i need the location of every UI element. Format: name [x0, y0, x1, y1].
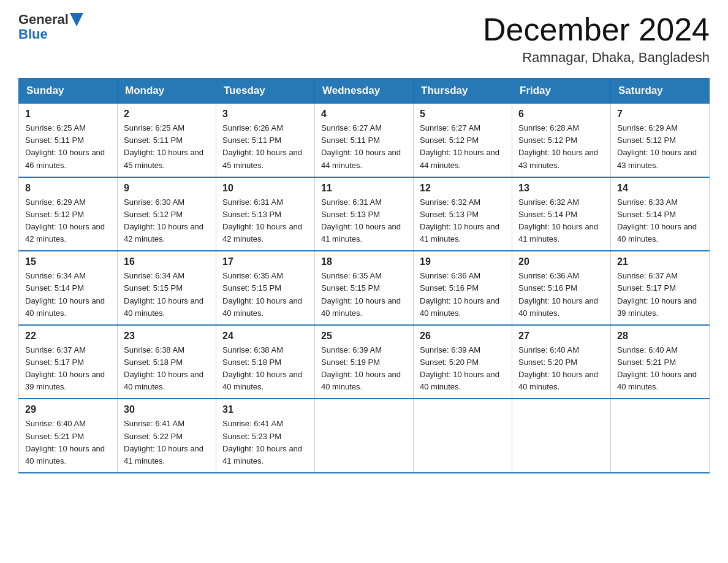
calendar-cell: 23 Sunrise: 6:38 AMSunset: 5:18 PMDaylig…: [118, 325, 216, 399]
day-number: 5: [420, 109, 506, 120]
calendar-cell: [611, 399, 710, 473]
location-title: Ramnagar, Dhaka, Bangladesh: [483, 50, 710, 66]
calendar-cell: 18 Sunrise: 6:35 AMSunset: 5:15 PMDaylig…: [315, 251, 414, 325]
day-number: 29: [25, 404, 111, 415]
day-number: 21: [617, 256, 703, 267]
header-thursday: Thursday: [414, 79, 512, 104]
calendar-cell: 30 Sunrise: 6:41 AMSunset: 5:22 PMDaylig…: [118, 399, 216, 473]
day-info: Sunrise: 6:37 AMSunset: 5:17 PMDaylight:…: [25, 344, 111, 394]
day-number: 30: [124, 404, 210, 415]
calendar-week-row: 22 Sunrise: 6:37 AMSunset: 5:17 PMDaylig…: [19, 325, 710, 399]
calendar-cell: 28 Sunrise: 6:40 AMSunset: 5:21 PMDaylig…: [611, 325, 710, 399]
day-number: 24: [222, 331, 308, 342]
day-info: Sunrise: 6:29 AMSunset: 5:12 PMDaylight:…: [25, 196, 111, 246]
day-info: Sunrise: 6:35 AMSunset: 5:15 PMDaylight:…: [321, 270, 407, 320]
calendar-cell: 2 Sunrise: 6:25 AMSunset: 5:11 PMDayligh…: [118, 104, 216, 177]
calendar-cell: 20 Sunrise: 6:36 AMSunset: 5:16 PMDaylig…: [512, 251, 611, 325]
calendar-cell: 29 Sunrise: 6:40 AMSunset: 5:21 PMDaylig…: [19, 399, 118, 473]
title-block: December 2024 Ramnagar, Dhaka, Banglades…: [483, 12, 710, 66]
calendar-cell: 8 Sunrise: 6:29 AMSunset: 5:12 PMDayligh…: [19, 177, 118, 251]
day-info: Sunrise: 6:34 AMSunset: 5:15 PMDaylight:…: [124, 270, 210, 320]
logo-blue-text: Blue: [18, 27, 48, 42]
logo-triangle-icon: [70, 13, 83, 26]
day-number: 8: [25, 183, 111, 194]
calendar-cell: 26 Sunrise: 6:39 AMSunset: 5:20 PMDaylig…: [414, 325, 512, 399]
header-sunday: Sunday: [19, 79, 118, 104]
calendar-cell: 25 Sunrise: 6:39 AMSunset: 5:19 PMDaylig…: [315, 325, 414, 399]
calendar-cell: 21 Sunrise: 6:37 AMSunset: 5:17 PMDaylig…: [611, 251, 710, 325]
day-number: 18: [321, 256, 407, 267]
calendar-cell: 6 Sunrise: 6:28 AMSunset: 5:12 PMDayligh…: [512, 104, 611, 177]
day-info: Sunrise: 6:32 AMSunset: 5:13 PMDaylight:…: [420, 196, 506, 246]
calendar-cell: 7 Sunrise: 6:29 AMSunset: 5:12 PMDayligh…: [611, 104, 710, 177]
day-info: Sunrise: 6:34 AMSunset: 5:14 PMDaylight:…: [25, 270, 111, 320]
day-number: 23: [124, 331, 210, 342]
day-info: Sunrise: 6:31 AMSunset: 5:13 PMDaylight:…: [222, 196, 308, 246]
day-number: 15: [25, 256, 111, 267]
calendar-table: SundayMondayTuesdayWednesdayThursdayFrid…: [18, 78, 710, 473]
calendar-cell: 27 Sunrise: 6:40 AMSunset: 5:20 PMDaylig…: [512, 325, 611, 399]
day-info: Sunrise: 6:27 AMSunset: 5:12 PMDaylight:…: [420, 122, 506, 172]
month-title: December 2024: [483, 12, 710, 47]
day-number: 9: [124, 183, 210, 194]
calendar-cell: 14 Sunrise: 6:33 AMSunset: 5:14 PMDaylig…: [611, 177, 710, 251]
header-friday: Friday: [512, 79, 611, 104]
calendar-cell: 11 Sunrise: 6:31 AMSunset: 5:13 PMDaylig…: [315, 177, 414, 251]
day-number: 11: [321, 183, 407, 194]
calendar-cell: 12 Sunrise: 6:32 AMSunset: 5:13 PMDaylig…: [414, 177, 512, 251]
day-number: 31: [222, 404, 308, 415]
day-info: Sunrise: 6:37 AMSunset: 5:17 PMDaylight:…: [617, 270, 703, 320]
day-info: Sunrise: 6:41 AMSunset: 5:23 PMDaylight:…: [222, 418, 308, 467]
day-number: 10: [222, 183, 308, 194]
calendar-cell: 5 Sunrise: 6:27 AMSunset: 5:12 PMDayligh…: [414, 104, 512, 177]
calendar-cell: 3 Sunrise: 6:26 AMSunset: 5:11 PMDayligh…: [216, 104, 315, 177]
logo-general-text: General: [18, 12, 69, 27]
calendar-cell: [414, 399, 512, 473]
day-number: 19: [420, 256, 506, 267]
day-info: Sunrise: 6:40 AMSunset: 5:21 PMDaylight:…: [25, 418, 111, 467]
day-info: Sunrise: 6:39 AMSunset: 5:20 PMDaylight:…: [420, 344, 506, 394]
day-info: Sunrise: 6:30 AMSunset: 5:12 PMDaylight:…: [124, 196, 210, 246]
calendar-cell: 1 Sunrise: 6:25 AMSunset: 5:11 PMDayligh…: [19, 104, 118, 177]
day-number: 2: [124, 109, 210, 120]
calendar-cell: 17 Sunrise: 6:35 AMSunset: 5:15 PMDaylig…: [216, 251, 315, 325]
calendar-cell: 24 Sunrise: 6:38 AMSunset: 5:18 PMDaylig…: [216, 325, 315, 399]
day-info: Sunrise: 6:26 AMSunset: 5:11 PMDaylight:…: [222, 122, 308, 172]
day-number: 22: [25, 331, 111, 342]
day-info: Sunrise: 6:25 AMSunset: 5:11 PMDaylight:…: [25, 122, 111, 172]
day-number: 16: [124, 256, 210, 267]
day-info: Sunrise: 6:41 AMSunset: 5:22 PMDaylight:…: [124, 418, 210, 467]
calendar-cell: 31 Sunrise: 6:41 AMSunset: 5:23 PMDaylig…: [216, 399, 315, 473]
calendar-cell: 4 Sunrise: 6:27 AMSunset: 5:11 PMDayligh…: [315, 104, 414, 177]
svg-marker-0: [70, 13, 83, 26]
calendar-cell: 16 Sunrise: 6:34 AMSunset: 5:15 PMDaylig…: [118, 251, 216, 325]
calendar-header-row: SundayMondayTuesdayWednesdayThursdayFrid…: [19, 79, 710, 104]
day-number: 13: [518, 183, 604, 194]
day-number: 7: [617, 109, 703, 120]
page-header: General Blue December 2024 Ramnagar, Dha…: [18, 12, 710, 66]
day-info: Sunrise: 6:35 AMSunset: 5:15 PMDaylight:…: [222, 270, 308, 320]
header-saturday: Saturday: [611, 79, 710, 104]
logo: General Blue: [18, 12, 83, 42]
day-number: 25: [321, 331, 407, 342]
day-number: 27: [518, 331, 604, 342]
day-info: Sunrise: 6:38 AMSunset: 5:18 PMDaylight:…: [124, 344, 210, 394]
day-info: Sunrise: 6:39 AMSunset: 5:19 PMDaylight:…: [321, 344, 407, 394]
day-info: Sunrise: 6:36 AMSunset: 5:16 PMDaylight:…: [518, 270, 604, 320]
day-info: Sunrise: 6:40 AMSunset: 5:20 PMDaylight:…: [518, 344, 604, 394]
day-number: 3: [222, 109, 308, 120]
day-info: Sunrise: 6:38 AMSunset: 5:18 PMDaylight:…: [222, 344, 308, 394]
calendar-cell: 15 Sunrise: 6:34 AMSunset: 5:14 PMDaylig…: [19, 251, 118, 325]
day-number: 17: [222, 256, 308, 267]
calendar-week-row: 29 Sunrise: 6:40 AMSunset: 5:21 PMDaylig…: [19, 399, 710, 473]
day-number: 4: [321, 109, 407, 120]
day-number: 6: [518, 109, 604, 120]
calendar-week-row: 15 Sunrise: 6:34 AMSunset: 5:14 PMDaylig…: [19, 251, 710, 325]
day-number: 28: [617, 331, 703, 342]
day-info: Sunrise: 6:25 AMSunset: 5:11 PMDaylight:…: [124, 122, 210, 172]
day-number: 1: [25, 109, 111, 120]
header-monday: Monday: [118, 79, 216, 104]
calendar-cell: 19 Sunrise: 6:36 AMSunset: 5:16 PMDaylig…: [414, 251, 512, 325]
calendar-week-row: 8 Sunrise: 6:29 AMSunset: 5:12 PMDayligh…: [19, 177, 710, 251]
calendar-cell: [315, 399, 414, 473]
